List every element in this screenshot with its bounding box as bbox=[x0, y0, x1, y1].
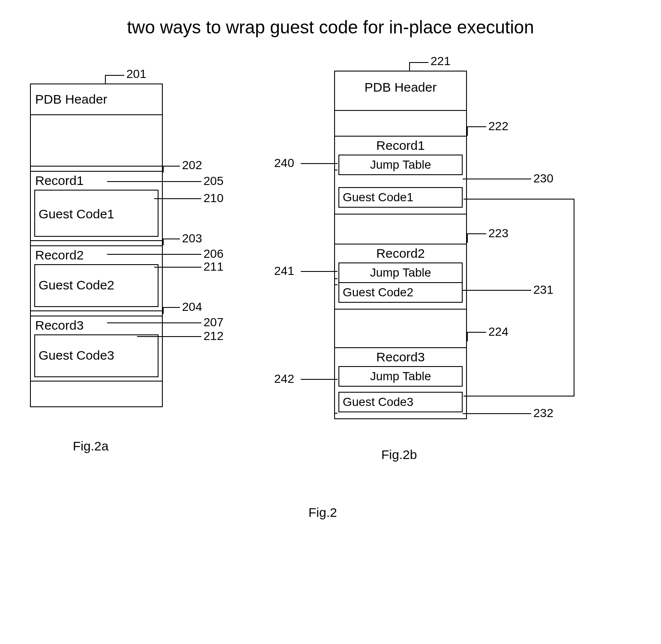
fig2a-guestcode1: Guest Code1 bbox=[34, 190, 159, 237]
leader bbox=[163, 166, 180, 167]
ref-206: 206 bbox=[203, 247, 224, 261]
tick bbox=[409, 62, 410, 71]
leader bbox=[154, 198, 201, 199]
fig2a-guestcode3: Guest Code3 bbox=[34, 334, 159, 377]
tick bbox=[467, 332, 468, 341]
ref-241: 241 bbox=[274, 264, 294, 278]
leader bbox=[163, 239, 180, 239]
leader bbox=[107, 181, 201, 182]
ref-224: 224 bbox=[488, 325, 508, 339]
fig2b-record3-container: Record3 Jump Table Guest Code3 bbox=[335, 347, 466, 412]
tick bbox=[163, 166, 164, 173]
fig2a-record2-label: Record2 bbox=[31, 246, 162, 264]
tick bbox=[163, 307, 164, 314]
leader bbox=[301, 163, 338, 164]
fig2b-record3-label: Record3 bbox=[335, 348, 466, 366]
ref-201: 201 bbox=[126, 67, 147, 81]
fig2b-gap1 bbox=[335, 110, 466, 136]
leader bbox=[154, 267, 201, 268]
fig2b-record2-label: Record2 bbox=[335, 244, 466, 262]
tick bbox=[163, 239, 164, 245]
leader bbox=[463, 413, 531, 414]
figure-2b: PDB Header Record1 Jump Table Guest Code… bbox=[334, 71, 660, 419]
fig2a-outer: PDB Header Record1 Guest Code1 Record2 G… bbox=[30, 83, 163, 407]
fig2a-pdb-header: PDB Header bbox=[31, 84, 162, 114]
ref-203: 203 bbox=[182, 232, 202, 245]
ref-212: 212 bbox=[203, 329, 224, 343]
fig2b-caption: Fig.2b bbox=[381, 447, 417, 462]
fig2b-guestcode1: Guest Code1 bbox=[338, 187, 463, 208]
fig2a-record1-label: Record1 bbox=[31, 172, 162, 190]
leader bbox=[137, 336, 201, 337]
fig2a-record3-container: Record3 Guest Code3 bbox=[31, 316, 162, 377]
fig2a-spacer1 bbox=[31, 166, 162, 171]
fig2b-gap3 bbox=[335, 309, 466, 347]
ref-221: 221 bbox=[431, 54, 451, 68]
leader bbox=[467, 332, 486, 333]
fig2b-guestcode2: Guest Code2 bbox=[338, 283, 463, 303]
ref-205: 205 bbox=[203, 174, 224, 188]
leader bbox=[467, 126, 486, 127]
ref-231: 231 bbox=[533, 283, 553, 297]
tick bbox=[467, 126, 468, 136]
ref-242: 242 bbox=[274, 372, 294, 386]
fig2a-gap1 bbox=[31, 114, 162, 166]
fig2a-record3-label: Record3 bbox=[31, 316, 162, 334]
ref-240: 240 bbox=[274, 156, 294, 170]
fig2b-jumptable3: Jump Table bbox=[338, 366, 463, 387]
fig2a-bottom bbox=[31, 381, 162, 406]
leader bbox=[463, 290, 531, 291]
fig2b-record1-label: Record1 bbox=[335, 137, 466, 155]
fig2b-guestcode3: Guest Code3 bbox=[338, 392, 463, 412]
ref-222: 222 bbox=[488, 119, 508, 133]
leader bbox=[105, 75, 124, 76]
fig2a-caption: Fig.2a bbox=[73, 439, 108, 453]
leader bbox=[107, 322, 201, 323]
ref-204: 204 bbox=[182, 300, 202, 314]
ref-210: 210 bbox=[203, 191, 224, 205]
leader bbox=[107, 254, 201, 255]
tick bbox=[467, 233, 468, 243]
leader bbox=[463, 179, 531, 179]
leader bbox=[301, 379, 338, 380]
ref-211: 211 bbox=[203, 260, 224, 274]
diagram-title: two ways to wrap guest code for in-place… bbox=[0, 17, 661, 38]
leader bbox=[467, 233, 486, 234]
fig2a-spacer3 bbox=[31, 310, 162, 316]
leader bbox=[409, 62, 428, 63]
ref-202: 202 bbox=[182, 158, 202, 172]
figure-2a: PDB Header Record1 Guest Code1 Record2 G… bbox=[30, 83, 253, 407]
main-caption: Fig.2 bbox=[308, 505, 337, 520]
ref-230: 230 bbox=[533, 172, 553, 185]
ref-232: 232 bbox=[533, 406, 553, 420]
fig2b-record1-container: Record1 Jump Table Guest Code1 bbox=[335, 136, 466, 208]
fig2a-spacer2 bbox=[31, 240, 162, 245]
tick bbox=[105, 75, 106, 83]
ref-223: 223 bbox=[488, 227, 508, 240]
ref-207: 207 bbox=[203, 316, 224, 329]
fig2b-pdb-header: PDB Header bbox=[335, 72, 466, 110]
fig2b-jumptable2: Jump Table bbox=[338, 262, 463, 283]
fig2b-outer: PDB Header Record1 Jump Table Guest Code… bbox=[334, 71, 467, 419]
fig2b-record2-container: Record2 Jump Table Guest Code2 bbox=[335, 244, 466, 303]
fig2b-gap2 bbox=[335, 214, 466, 244]
leader bbox=[301, 271, 338, 272]
leader bbox=[163, 307, 180, 308]
fig2b-jumptable1: Jump Table bbox=[338, 155, 463, 175]
fig2a-guestcode2: Guest Code2 bbox=[34, 264, 159, 307]
